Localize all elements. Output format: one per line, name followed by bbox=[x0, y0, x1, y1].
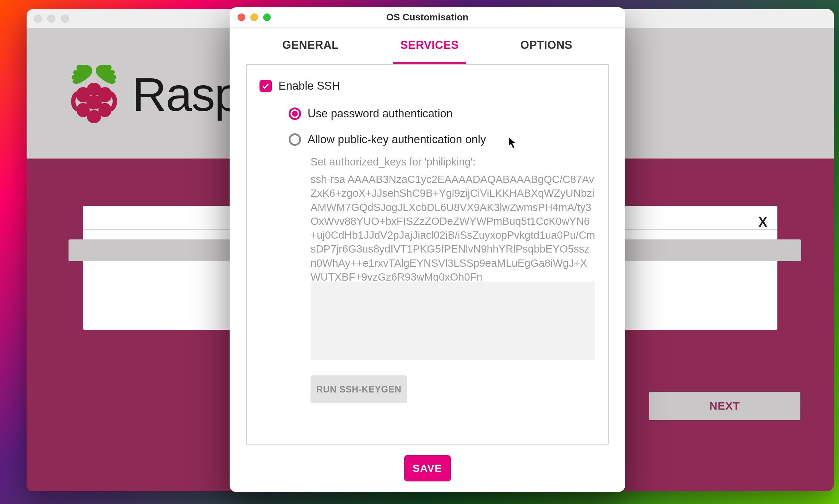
services-panel: Enable SSH Use password authentication A… bbox=[246, 64, 609, 445]
close-icon[interactable] bbox=[238, 13, 245, 21]
save-button[interactable]: SAVE bbox=[404, 455, 451, 481]
pubkey-auth-row: Allow public-key authentication only bbox=[289, 133, 595, 146]
tab-general-label: GENERAL bbox=[282, 39, 339, 52]
imager-traffic-lights bbox=[34, 15, 69, 23]
minimize-icon[interactable] bbox=[250, 13, 258, 21]
pubkey-auth-label: Allow public-key authentication only bbox=[308, 133, 486, 146]
tab-services[interactable]: SERVICES bbox=[393, 28, 466, 64]
raspberry-pi-logo: Rasp bbox=[67, 61, 240, 128]
minimize-disabled-icon bbox=[47, 15, 55, 23]
app-name-text: Rasp bbox=[132, 67, 240, 122]
password-auth-radio[interactable] bbox=[289, 108, 301, 120]
authorized-keys-label: Set authorized_keys for 'philipking': bbox=[311, 156, 595, 168]
enable-ssh-label: Enable SSH bbox=[278, 79, 340, 93]
close-button[interactable]: X bbox=[758, 215, 767, 230]
zoom-icon[interactable] bbox=[263, 13, 271, 21]
ssh-auth-radio-group: Use password authentication Allow public… bbox=[289, 107, 595, 146]
redacted-key-region bbox=[311, 282, 595, 360]
modal-titlebar: OS Customisation bbox=[230, 7, 625, 28]
enable-ssh-checkbox[interactable] bbox=[259, 80, 272, 92]
tab-general[interactable]: GENERAL bbox=[275, 28, 346, 64]
tab-services-label: SERVICES bbox=[400, 39, 458, 52]
checkmark-icon bbox=[262, 82, 270, 90]
ssh-key-value: ssh-rsa AAAAB3NzaC1yc2EAAAADAQABAAABgQC/… bbox=[311, 173, 595, 283]
ssh-key-textarea[interactable]: ssh-rsa AAAAB3NzaC1yc2EAAAADAQABAAABgQC/… bbox=[311, 172, 595, 368]
run-ssh-keygen-button[interactable]: RUN SSH-KEYGEN bbox=[311, 375, 407, 403]
save-button-label: SAVE bbox=[413, 462, 442, 474]
os-customisation-modal: OS Customisation GENERAL SERVICES OPTION… bbox=[230, 7, 625, 492]
tab-options-label: OPTIONS bbox=[520, 39, 573, 52]
next-button-label: NEXT bbox=[709, 400, 740, 412]
next-button[interactable]: NEXT bbox=[649, 392, 800, 420]
close-disabled-icon bbox=[34, 15, 42, 23]
modal-traffic-lights bbox=[238, 13, 271, 21]
modal-footer: SAVE bbox=[230, 445, 625, 492]
authorized-keys-section: Set authorized_keys for 'philipking': ss… bbox=[311, 156, 595, 368]
tab-bar: GENERAL SERVICES OPTIONS bbox=[230, 28, 625, 64]
zoom-disabled-icon bbox=[61, 15, 69, 23]
svg-point-6 bbox=[87, 110, 101, 123]
password-auth-label: Use password authentication bbox=[308, 107, 453, 120]
password-auth-row: Use password authentication bbox=[289, 107, 595, 120]
run-ssh-keygen-label: RUN SSH-KEYGEN bbox=[316, 384, 401, 395]
enable-ssh-row: Enable SSH bbox=[259, 79, 595, 93]
tab-options[interactable]: OPTIONS bbox=[513, 28, 580, 64]
modal-title: OS Customisation bbox=[386, 12, 468, 23]
raspberry-pi-icon bbox=[67, 61, 121, 128]
pubkey-auth-radio[interactable] bbox=[289, 133, 301, 146]
